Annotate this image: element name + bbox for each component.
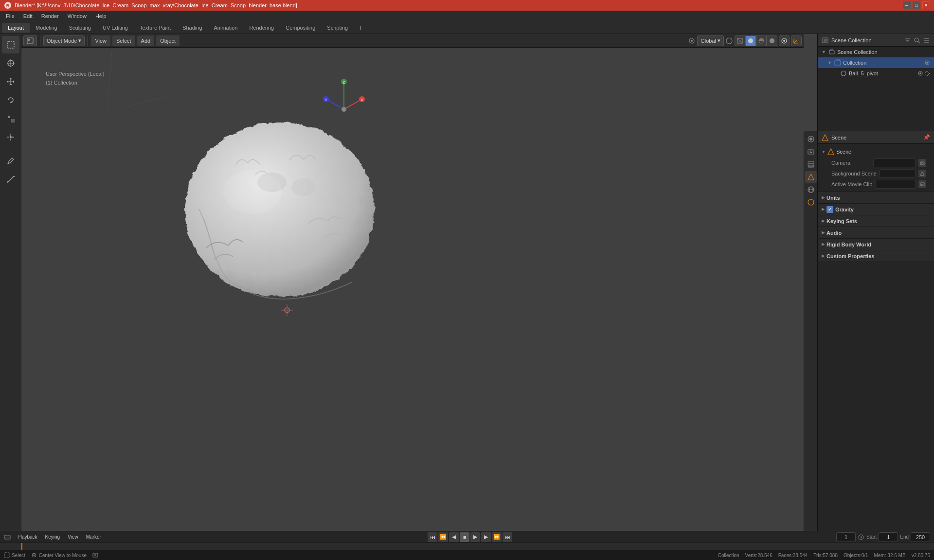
tab-bar: Layout Modeling Sculpting UV Editing Tex… bbox=[0, 21, 934, 34]
maximize-button[interactable]: □ bbox=[913, 1, 920, 9]
tab-compositing[interactable]: Compositing bbox=[280, 23, 321, 33]
rendered-btn[interactable] bbox=[767, 35, 777, 46]
units-section-header[interactable]: ▶ Units bbox=[818, 192, 934, 204]
current-frame-field[interactable]: 1 bbox=[836, 532, 856, 542]
props-object-btn[interactable] bbox=[805, 196, 817, 208]
audio-section-header[interactable]: ▶ Audio bbox=[818, 227, 934, 239]
tool-rotate[interactable] bbox=[2, 91, 19, 109]
tool-select[interactable] bbox=[2, 36, 19, 53]
add-menu-btn[interactable]: Add bbox=[137, 35, 155, 46]
camera-label: Camera bbox=[831, 160, 870, 166]
outliner-search-icon[interactable] bbox=[914, 37, 920, 44]
view-menu-btn[interactable]: View bbox=[91, 35, 110, 46]
tab-texture-paint[interactable]: Texture Paint bbox=[134, 23, 177, 33]
select-menu-btn[interactable]: Select bbox=[112, 35, 135, 46]
ball-icons bbox=[917, 70, 930, 76]
object-menu-btn[interactable]: Object bbox=[156, 35, 180, 46]
svg-line-13 bbox=[9, 161, 10, 163]
tab-layout[interactable]: Layout bbox=[2, 23, 30, 33]
transform-orient-selector[interactable]: Global ▾ bbox=[697, 35, 724, 46]
start-frame-field[interactable]: 1 bbox=[879, 532, 898, 542]
tool-scale[interactable] bbox=[2, 110, 19, 127]
close-button[interactable]: ✕ bbox=[922, 1, 930, 9]
rigid-body-world-section-header[interactable]: ▶ Rigid Body World bbox=[818, 239, 934, 250]
bg-scene-pick-icon[interactable] bbox=[918, 170, 926, 177]
gravity-section-header[interactable]: ▶ ✓ Gravity bbox=[818, 204, 934, 215]
tool-measure[interactable] bbox=[2, 171, 19, 188]
tool-transform[interactable] bbox=[2, 128, 19, 146]
menu-window[interactable]: Window bbox=[64, 12, 90, 20]
mode-arrow: ▾ bbox=[78, 37, 81, 44]
menu-render[interactable]: Render bbox=[37, 12, 63, 20]
next-keyframe-btn[interactable]: ⏩ bbox=[492, 532, 502, 542]
view-menu-tl[interactable]: View bbox=[65, 533, 81, 541]
custom-props-section-header[interactable]: ▶ Custom Properties bbox=[818, 250, 934, 262]
scene-collection-item[interactable]: ▼ Scene Collection bbox=[818, 47, 934, 57]
tool-move[interactable] bbox=[2, 73, 19, 90]
props-scene-btn[interactable] bbox=[805, 171, 817, 183]
tab-rendering[interactable]: Rendering bbox=[243, 23, 280, 33]
outliner-menu-icon[interactable] bbox=[923, 37, 930, 44]
playback-menu[interactable]: Playback bbox=[15, 533, 40, 541]
visibility-icon[interactable] bbox=[924, 60, 930, 66]
material-btn[interactable] bbox=[756, 35, 767, 46]
gizmo-btn[interactable] bbox=[791, 35, 802, 46]
keying-menu[interactable]: Keying bbox=[42, 533, 63, 541]
props-view-layer-btn[interactable] bbox=[805, 158, 817, 170]
ball-visibility-icon[interactable] bbox=[917, 70, 923, 76]
tool-annotate[interactable] bbox=[2, 152, 19, 170]
camera-row: Camera bbox=[822, 158, 930, 168]
ball-render-icon[interactable] bbox=[924, 70, 930, 76]
background-scene-value[interactable] bbox=[880, 169, 916, 178]
props-render-btn[interactable] bbox=[805, 133, 817, 145]
outliner-filter-icon[interactable] bbox=[904, 37, 911, 44]
mode-selector[interactable]: Object Mode ▾ bbox=[43, 35, 85, 46]
minimize-button[interactable]: ─ bbox=[903, 1, 911, 9]
svg-text:X: X bbox=[361, 98, 363, 102]
camera-pick-icon[interactable] bbox=[918, 159, 926, 167]
collection-item[interactable]: ▼ Collection bbox=[818, 57, 934, 68]
prev-frame-btn[interactable]: ◀ bbox=[449, 532, 459, 542]
end-frame-field[interactable]: 250 bbox=[911, 532, 930, 542]
scene-section-header[interactable]: ▼ Scene bbox=[822, 146, 930, 158]
tool-cursor[interactable] bbox=[2, 54, 19, 72]
props-pin-icon[interactable]: 📌 bbox=[923, 134, 930, 140]
navigation-gizmo[interactable]: Z X Y bbox=[322, 73, 366, 117]
marker-menu[interactable]: Marker bbox=[83, 533, 104, 541]
tool-separator bbox=[0, 149, 21, 149]
tab-scripting[interactable]: Scripting bbox=[321, 23, 354, 33]
rigid-body-world-label: Rigid Body World bbox=[826, 242, 871, 247]
editor-type-selector[interactable] bbox=[23, 35, 37, 46]
sep1 bbox=[40, 36, 40, 46]
ball-pivot-item[interactable]: Ball_5_pivot bbox=[818, 68, 934, 79]
tab-uv-editing[interactable]: UV Editing bbox=[97, 23, 134, 33]
viewport-3d[interactable]: User Perspective (Local) (1) Collection … bbox=[21, 34, 934, 531]
tab-animation[interactable]: Animation bbox=[208, 23, 244, 33]
tab-modeling[interactable]: Modeling bbox=[30, 23, 63, 33]
menu-edit[interactable]: Edit bbox=[19, 12, 36, 20]
next-frame-btn[interactable]: ▶ bbox=[481, 532, 491, 542]
title-bar-controls: ─ □ ✕ bbox=[903, 1, 930, 9]
clip-pick-icon[interactable] bbox=[918, 180, 926, 188]
props-output-btn[interactable] bbox=[805, 146, 817, 158]
stop-btn[interactable]: ■ bbox=[460, 532, 469, 542]
menu-file[interactable]: File bbox=[2, 12, 18, 20]
gravity-enabled-check[interactable]: ✓ bbox=[826, 206, 833, 213]
tab-sculpting[interactable]: Sculpting bbox=[63, 23, 97, 33]
play-btn[interactable]: ▶ bbox=[470, 532, 480, 542]
props-world-btn[interactable] bbox=[805, 184, 817, 195]
viewport-overlays-btn[interactable] bbox=[779, 35, 790, 46]
title-bar-left: B Blender* [K:\!!!conv_3\10\Chocolate_Ic… bbox=[4, 1, 297, 9]
wireframe-btn[interactable] bbox=[735, 35, 745, 46]
tab-shading[interactable]: Shading bbox=[177, 23, 208, 33]
jump-end-btn[interactable]: ⏭ bbox=[503, 532, 512, 542]
add-workspace-button[interactable]: + bbox=[356, 23, 365, 33]
keying-sets-section-header[interactable]: ▶ Keying Sets bbox=[818, 215, 934, 227]
active-clip-value[interactable] bbox=[875, 180, 916, 189]
camera-value[interactable] bbox=[873, 158, 916, 167]
jump-start-btn[interactable]: ⏮ bbox=[428, 532, 437, 542]
prev-keyframe-btn[interactable]: ⏪ bbox=[438, 532, 448, 542]
menu-help[interactable]: Help bbox=[91, 12, 110, 20]
solid-btn[interactable] bbox=[745, 35, 756, 46]
collection-label: Collection bbox=[843, 60, 866, 66]
